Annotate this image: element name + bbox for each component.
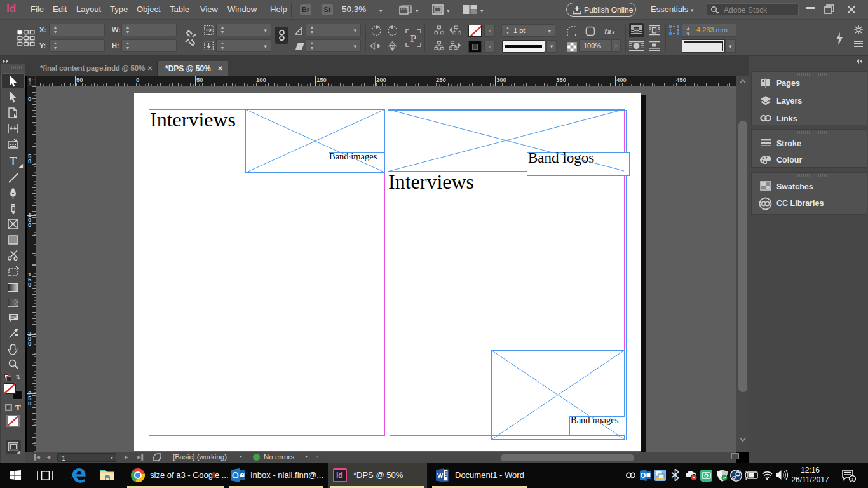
svg-text:1: 1: [851, 477, 854, 482]
